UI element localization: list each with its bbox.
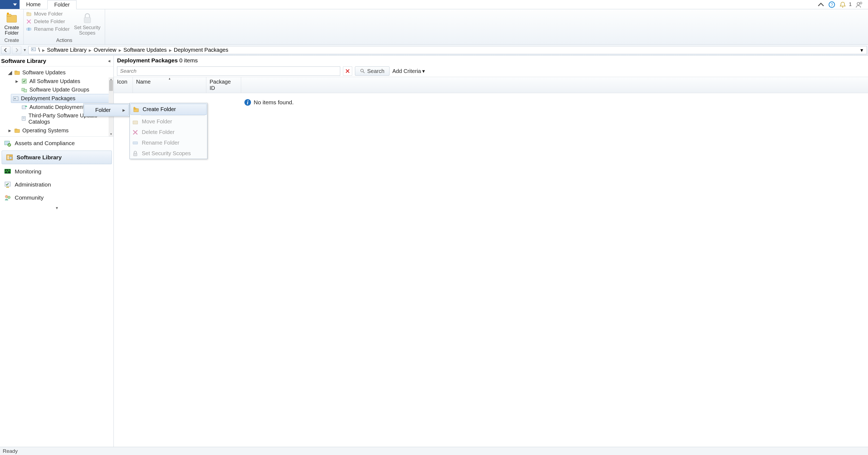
tree-collapse-icon[interactable]: ◢ <box>8 69 12 76</box>
context-menu-item-create-folder[interactable]: Create Folder <box>130 104 207 115</box>
content-pane: Deployment Packages 0 items Search Add C… <box>114 56 868 447</box>
workspace-community[interactable]: Community <box>0 191 114 204</box>
delete-icon <box>132 129 138 135</box>
context-menu-label: Rename Folder <box>142 140 179 146</box>
breadcrumb-item[interactable]: Software Updates <box>124 47 167 53</box>
svg-rect-28 <box>22 105 26 109</box>
no-items-message: i No items found. <box>244 99 294 105</box>
move-folder-button[interactable]: Move Folder <box>26 11 70 17</box>
notification-bell-icon[interactable] <box>839 1 846 8</box>
search-icon <box>360 69 365 73</box>
close-icon <box>345 68 350 74</box>
content-heading-count: 0 items <box>179 57 198 63</box>
tree-node-software-update-groups[interactable]: Software Update Groups <box>0 86 114 94</box>
delete-folder-button[interactable]: Delete Folder <box>26 19 70 25</box>
workspace-label: Monitoring <box>15 168 41 175</box>
app-menu-toggle[interactable] <box>0 0 20 9</box>
context-menu-item-move-folder: Move Folder <box>130 116 207 127</box>
nav-back-button[interactable] <box>1 46 10 54</box>
status-text: Ready <box>3 448 18 454</box>
workspace-overflow-icon[interactable]: ▾ <box>0 204 114 212</box>
address-dropdown-icon[interactable]: ▾ <box>859 47 864 53</box>
tree-node-deployment-packages[interactable]: Deployment Packages <box>11 94 111 103</box>
column-label: Name <box>136 79 151 85</box>
column-header-package-id[interactable]: Package ID <box>206 77 241 93</box>
scroll-down-icon[interactable]: ▾ <box>108 132 114 136</box>
svg-point-42 <box>5 195 8 198</box>
context-menu-item-folder[interactable]: Folder ▸ <box>84 104 129 116</box>
svg-rect-56 <box>133 153 137 156</box>
monitoring-icon <box>4 168 11 175</box>
chevron-right-icon: ▸ <box>119 47 121 53</box>
scroll-thumb[interactable] <box>109 80 113 91</box>
workspace-software-library[interactable]: Software Library <box>2 151 112 164</box>
breadcrumb-bar: ▾ \ ▸ Software Library ▸ Overview ▸ Soft… <box>0 44 868 56</box>
nav-history-dropdown[interactable]: ▾ <box>23 48 27 53</box>
breadcrumb-item[interactable]: Overview <box>94 47 116 53</box>
lock-icon <box>81 11 94 25</box>
community-icon <box>4 194 11 202</box>
delete-folder-label: Delete Folder <box>34 19 65 25</box>
chevron-right-icon: ▸ <box>42 47 45 53</box>
workspace-assets[interactable]: Assets and Compliance <box>0 137 114 150</box>
context-menu-label: Folder <box>95 107 111 113</box>
collapse-pane-icon[interactable]: ◂ <box>108 58 110 63</box>
svg-point-3 <box>842 6 843 8</box>
context-menu-label: Delete Folder <box>142 129 175 135</box>
column-header-icon[interactable]: Icon <box>114 77 133 93</box>
address-bar[interactable]: \ ▸ Software Library ▸ Overview ▸ Softwa… <box>28 46 867 54</box>
tree-label: Software Update Groups <box>29 87 89 93</box>
svg-rect-22 <box>15 71 17 72</box>
tree-node-all-software-updates[interactable]: ▸ All Software Updates <box>0 77 114 86</box>
updates-icon <box>21 78 27 84</box>
svg-point-38 <box>9 157 12 159</box>
svg-rect-18 <box>84 18 91 23</box>
breadcrumb-item[interactable]: Deployment Packages <box>174 47 228 53</box>
sort-ascending-icon: ▴ <box>169 77 170 80</box>
svg-text:?: ? <box>831 2 833 7</box>
help-icon[interactable]: ? <box>828 1 835 8</box>
svg-rect-13 <box>27 12 29 13</box>
submenu-arrow-icon: ▸ <box>122 107 125 113</box>
create-folder-label: Create Folder <box>4 25 19 36</box>
set-security-scopes-label: Set Security Scopes <box>74 25 100 36</box>
software-library-icon <box>6 154 13 161</box>
add-criteria-button[interactable]: Add Criteria ▾ <box>392 68 425 74</box>
tab-home[interactable]: Home <box>20 0 48 9</box>
workspace-label: Assets and Compliance <box>15 140 75 147</box>
rename-folder-button[interactable]: Rename Folder <box>26 26 70 32</box>
clear-search-button[interactable] <box>343 66 352 76</box>
svg-marker-0 <box>13 3 17 5</box>
search-button[interactable]: Search <box>355 66 390 76</box>
tree-expand-icon[interactable]: ▸ <box>15 78 19 84</box>
content-heading-name: Deployment Packages <box>117 57 178 63</box>
tab-folder[interactable]: Folder <box>48 0 76 9</box>
workspace-label: Software Library <box>17 154 62 161</box>
nav-tree: ◢ Software Updates ▸ All Software Update… <box>0 66 114 136</box>
chevron-down-icon: ▾ <box>422 68 425 74</box>
create-folder-button[interactable]: Create Folder <box>2 10 21 37</box>
rename-icon <box>132 140 138 146</box>
nav-forward-button[interactable] <box>12 46 21 54</box>
grid-header: Icon ▴ Name Package ID <box>114 77 868 93</box>
set-security-scopes-button[interactable]: Set Security Scopes <box>72 10 103 37</box>
tree-label: Operating Systems <box>22 127 69 134</box>
deployment-packages-icon <box>13 96 19 101</box>
svg-point-46 <box>361 69 363 72</box>
status-bar: Ready <box>0 447 868 455</box>
adr-icon <box>21 104 27 110</box>
tree-expand-icon[interactable]: ▸ <box>8 127 12 134</box>
workspace-label: Community <box>15 194 43 201</box>
content-heading: Deployment Packages 0 items <box>114 56 868 65</box>
breadcrumb-item[interactable]: Software Library <box>47 47 87 53</box>
column-header-name[interactable]: ▴ Name <box>133 77 206 93</box>
tree-node-operating-systems[interactable]: ▸ Operating Systems <box>0 126 114 135</box>
user-feedback-icon[interactable] <box>856 1 863 8</box>
workspace-monitoring[interactable]: Monitoring <box>0 165 114 178</box>
workspace-administration[interactable]: Administration <box>0 178 114 191</box>
collapse-ribbon-icon[interactable] <box>817 1 825 8</box>
svg-rect-55 <box>133 142 137 144</box>
tree-node-software-updates[interactable]: ◢ Software Updates <box>0 68 114 77</box>
lock-icon <box>132 150 138 157</box>
search-input[interactable] <box>117 66 340 76</box>
